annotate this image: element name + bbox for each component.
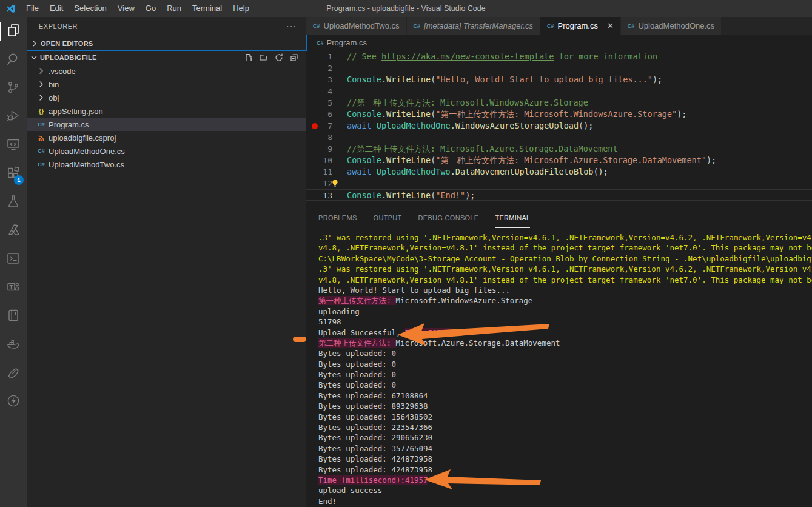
- tree-item-uploadmethodone-cs[interactable]: C#UploadMethodOne.cs: [27, 144, 306, 158]
- tree-item-label: .vscode: [49, 67, 76, 76]
- code-text: Console.WriteLine("第一种上传文件方法: Microsoft.…: [347, 109, 686, 120]
- tree-item-program-cs[interactable]: C#Program.cs: [27, 118, 306, 131]
- menu-terminal[interactable]: Terminal: [187, 0, 227, 17]
- section-folder-root[interactable]: UPLOADBIGFILE: [27, 51, 306, 64]
- tree-item-uploadbigfile-csproj[interactable]: uploadbigfile.csproj: [27, 131, 306, 144]
- activitybar-thunder-client[interactable]: [0, 388, 27, 416]
- breakpoint-icon[interactable]: [312, 123, 318, 129]
- csharp-file-icon: C#: [628, 23, 635, 29]
- ms-teams-icon: [6, 280, 21, 297]
- activitybar-api-client[interactable]: [0, 359, 27, 388]
- terminal-line: Bytes uploaded: 156438502: [318, 412, 812, 422]
- menu-run[interactable]: Run: [161, 0, 187, 17]
- panel-tab-debug-console[interactable]: DEBUG CONSOLE: [418, 207, 479, 228]
- terminal-line: 第二种上传文件方法: Microsoft.Azure.Storage.DataM…: [318, 338, 812, 348]
- remote-explorer-icon: [6, 137, 21, 154]
- terminal-line: uploading: [318, 306, 812, 317]
- line-number: 3: [306, 74, 332, 86]
- code-line-1: 1// See https://aka.ms/new-console-templ…: [306, 51, 812, 62]
- activitybar-terminal[interactable]: [0, 245, 27, 274]
- terminal-line: Bytes uploaded: 67108864: [318, 391, 812, 401]
- line-number: 12: [306, 178, 332, 189]
- breadcrumb[interactable]: C# Program.cs: [306, 35, 812, 51]
- sidebar-explorer: EXPLORER ··· OPEN EDITORS UPLOADBIGFILE …: [27, 17, 306, 507]
- menu-help[interactable]: Help: [227, 0, 255, 17]
- activitybar-explorer[interactable]: [0, 17, 27, 45]
- terminal-line: Time (millisecond):41957: [318, 475, 812, 485]
- line-number: 9: [306, 143, 332, 155]
- terminal-line: Upload Successful, Time:51798: [318, 327, 812, 338]
- line-number: 6: [306, 109, 332, 120]
- tree-item-uploadmethodtwo-cs[interactable]: C#UploadMethodTwo.cs: [27, 158, 306, 171]
- bottom-panel: PROBLEMSOUTPUTDEBUG CONSOLETERMINAL .3' …: [306, 207, 812, 507]
- menu-edit[interactable]: Edit: [44, 0, 69, 17]
- terminal-line: Bytes uploaded: 0: [318, 380, 812, 390]
- terminal-line: Hello, World! Start to upload big files.…: [318, 285, 812, 295]
- panel-tab-terminal[interactable]: TERMINAL: [495, 207, 530, 228]
- tab-close-icon[interactable]: ✕: [607, 21, 614, 30]
- line-number: 13: [306, 190, 332, 200]
- tab-program-cs[interactable]: C#Program.cs✕: [540, 17, 621, 35]
- activitybar-remote-explorer[interactable]: [0, 131, 27, 159]
- new-file-icon[interactable]: [244, 53, 253, 62]
- csproj-file-icon: [36, 134, 46, 142]
- activitybar-extensions[interactable]: 1: [0, 159, 27, 188]
- tree-item-appsetting-json[interactable]: {}appSetting.json: [27, 104, 306, 118]
- activitybar-source-control[interactable]: [0, 74, 27, 102]
- activitybar-testing[interactable]: [0, 188, 27, 217]
- code-text: Console.WriteLine("第二种上传文件方法: Microsoft.…: [347, 155, 716, 166]
- menu-file[interactable]: File: [21, 0, 44, 17]
- more-actions-icon[interactable]: ···: [286, 17, 297, 36]
- panel-tab-problems[interactable]: PROBLEMS: [318, 207, 357, 228]
- code-line-4: 4: [306, 86, 812, 97]
- panel-tab-output[interactable]: OUTPUT: [374, 207, 402, 228]
- activitybar-run-and-debug[interactable]: [0, 102, 27, 131]
- activity-bar: 1: [0, 17, 27, 507]
- tab-label: Program.cs: [557, 21, 597, 30]
- tab-label: UploadMethodOne.cs: [638, 21, 714, 30]
- code-line-2: 2: [306, 62, 812, 74]
- tab--metadata-transfermanager-cs[interactable]: C#[metadata] TransferManager.cs: [407, 17, 540, 35]
- terminal-line: Bytes uploaded: 424873958: [318, 465, 812, 475]
- tab-uploadmethodone-cs[interactable]: C#UploadMethodOne.cs: [621, 17, 722, 35]
- tree-item-label: appSetting.json: [49, 107, 103, 116]
- json-file-icon: {}: [36, 107, 46, 115]
- code-editor[interactable]: 1// See https://aka.ms/new-console-templ…: [306, 51, 812, 207]
- code-line-6: 6Console.WriteLine("第一种上传文件方法: Microsoft…: [306, 109, 812, 120]
- csharp-file-icon: C#: [36, 148, 46, 154]
- code-line-13: 13Console.WriteLine("End!");: [306, 189, 812, 201]
- new-folder-icon[interactable]: [259, 53, 269, 62]
- editor-group: C#UploadMethodTwo.csC#[metadata] Transfe…: [306, 17, 812, 507]
- code-line-9: 9//第二种上传文件方法: Microsoft.Azure.Storage.Da…: [306, 143, 812, 155]
- terminal-icon: [6, 251, 21, 268]
- section-open-editors[interactable]: OPEN EDITORS: [27, 36, 306, 51]
- tree-item-bin[interactable]: bin: [27, 78, 306, 91]
- terminal-line: Bytes uploaded: 357765094: [318, 443, 812, 454]
- activitybar-azure[interactable]: [0, 217, 27, 245]
- code-line-11: 11await UploadMethodTwo.DataMovementUplo…: [306, 166, 812, 178]
- tree-item-obj[interactable]: obj: [27, 91, 306, 104]
- refresh-icon[interactable]: [274, 53, 284, 62]
- tab-uploadmethodtwo-cs[interactable]: C#UploadMethodTwo.cs: [306, 17, 407, 35]
- activitybar-notebooks[interactable]: [0, 302, 27, 331]
- line-number: 11: [306, 166, 332, 178]
- code-line-5: 5//第一种上传文件方法: Microsoft.WindowsAzure.Sto…: [306, 97, 812, 109]
- tab-bar: C#UploadMethodTwo.csC#[metadata] Transfe…: [306, 17, 812, 35]
- terminal-output[interactable]: .3' was restored using '.NETFramework,Ve…: [306, 228, 812, 507]
- menu-view[interactable]: View: [112, 0, 140, 17]
- menu-go[interactable]: Go: [140, 0, 161, 17]
- terminal-line: Bytes uploaded: 0: [318, 348, 812, 358]
- testing-icon: [6, 194, 21, 211]
- code-text: Console.WriteLine("Hello, World! Start t…: [347, 74, 662, 86]
- tree-item-label: obj: [49, 93, 59, 102]
- activitybar-ms-teams[interactable]: [0, 274, 27, 302]
- activitybar-docker[interactable]: [0, 331, 27, 359]
- menu-selection[interactable]: Selection: [69, 0, 112, 17]
- collapse-all-icon[interactable]: [289, 53, 299, 62]
- csharp-file-icon: C#: [36, 121, 46, 127]
- terminal-line: End!: [318, 496, 812, 506]
- activitybar-search[interactable]: [0, 45, 27, 74]
- lightbulb-icon[interactable]: [331, 179, 340, 188]
- line-number: 7: [306, 120, 332, 132]
- tree-item--vscode[interactable]: .vscode: [27, 64, 306, 78]
